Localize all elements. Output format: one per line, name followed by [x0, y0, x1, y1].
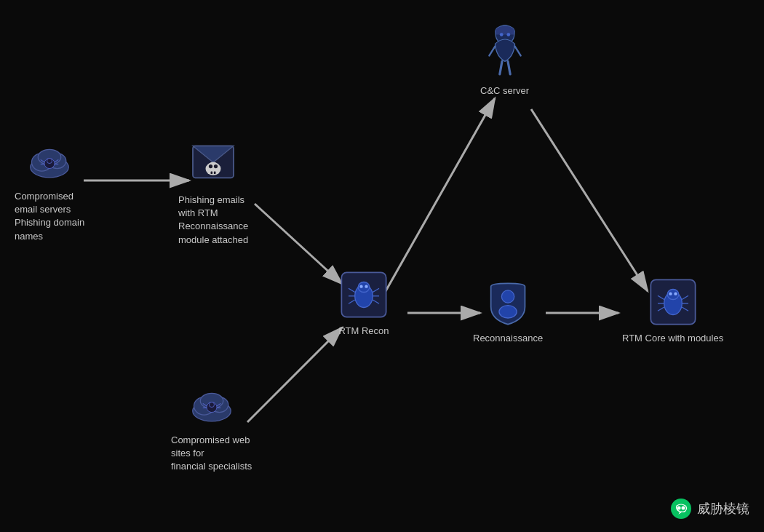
cnc-hacker-icon — [483, 22, 527, 80]
cnc-server-label: C&C server — [480, 84, 529, 98]
svg-point-13 — [47, 159, 52, 164]
rtm-core-label: RTM Core with modules — [622, 332, 723, 345]
svg-line-41 — [514, 47, 520, 56]
svg-rect-25 — [214, 172, 216, 175]
svg-point-30 — [365, 285, 367, 287]
rtm-recon-label: RTM Recon — [338, 325, 389, 338]
svg-point-38 — [499, 33, 503, 36]
svg-point-23 — [214, 164, 218, 168]
phishing-email-label: Phishing emails with RTM Reconnaissance … — [178, 194, 248, 247]
compromised-web-node: Compromised web sites for financial spec… — [171, 386, 252, 474]
svg-point-29 — [359, 285, 362, 287]
svg-point-44 — [501, 290, 514, 303]
svg-line-5 — [531, 109, 648, 291]
phishing-email-node: Phishing emails with RTM Reconnaissance … — [178, 138, 248, 247]
svg-rect-24 — [211, 172, 213, 175]
watermark: 威胁棱镜 — [671, 499, 749, 519]
reconnaissance-icon — [485, 280, 532, 327]
reconnaissance-label: Reconnaissance — [473, 332, 543, 345]
wechat-icon — [671, 499, 691, 519]
compromised-email-node: Compromised email servers Phishing domai… — [15, 142, 84, 243]
cloud-email-icon — [24, 142, 75, 186]
svg-point-45 — [498, 306, 516, 318]
watermark-text: 威胁棱镜 — [697, 500, 749, 517]
rtm-core-icon — [648, 277, 699, 327]
cloud-web-icon — [186, 386, 237, 429]
svg-point-39 — [506, 33, 510, 36]
svg-line-42 — [499, 61, 501, 74]
rtm-recon-node: RTM Recon — [338, 269, 389, 338]
mail-skull-icon — [188, 138, 239, 189]
svg-point-50 — [674, 292, 677, 295]
svg-point-22 — [209, 164, 212, 168]
svg-line-3 — [247, 327, 342, 422]
svg-point-67 — [677, 507, 681, 510]
svg-point-28 — [358, 282, 370, 293]
svg-point-49 — [669, 292, 672, 295]
svg-line-4 — [386, 98, 495, 291]
svg-point-48 — [667, 290, 679, 300]
svg-line-40 — [489, 47, 495, 56]
svg-line-43 — [508, 61, 510, 74]
rtm-recon-icon — [338, 269, 389, 320]
svg-point-62 — [209, 402, 214, 408]
compromised-email-label: Compromised email servers Phishing domai… — [15, 190, 84, 243]
svg-point-68 — [682, 507, 685, 510]
cnc-server-node: C&C server — [480, 22, 529, 98]
reconnaissance-node: Reconnaissance — [473, 280, 543, 345]
rtm-core-node: RTM Core with modules — [622, 277, 723, 345]
arrows-layer — [0, 0, 764, 532]
attack-diagram: Compromised email servers Phishing domai… — [0, 0, 764, 532]
svg-line-2 — [255, 204, 342, 284]
compromised-web-label: Compromised web sites for financial spec… — [171, 434, 252, 474]
